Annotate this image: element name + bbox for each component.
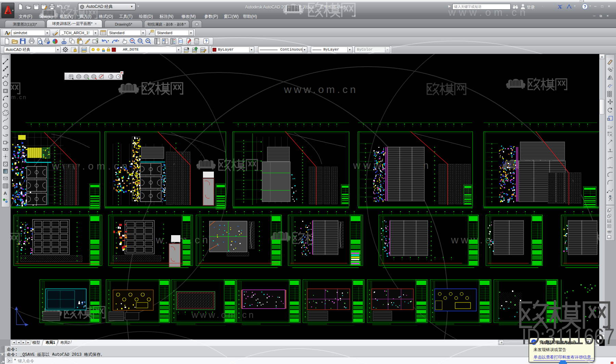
- svg-text:www.om.cn: www.om.cn: [191, 310, 256, 320]
- svg-text:www.om.cn: www.om.cn: [52, 161, 130, 172]
- svg-text:www.om.cn: www.om.cn: [284, 84, 358, 95]
- svg-text:?: ?: [205, 39, 207, 44]
- svg-text:A: A: [4, 191, 7, 196]
- svg-text:i: i: [533, 340, 534, 345]
- svg-text:www.om.cn: www.om.cn: [11, 94, 27, 100]
- svg-text:ABC: ABC: [607, 230, 612, 232]
- svg-text:?: ?: [584, 4, 586, 9]
